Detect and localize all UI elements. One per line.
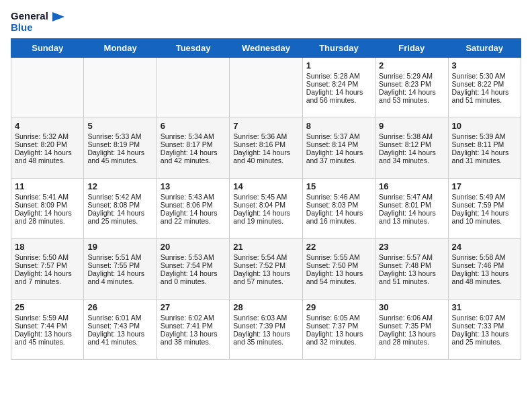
calendar-cell: 2Sunrise: 5:29 AMSunset: 8:23 PMDaylight… (375, 58, 448, 118)
day-number: 23 (379, 242, 444, 252)
day-info: Daylight: 13 hours (379, 330, 444, 338)
calendar-cell: 4Sunrise: 5:32 AMSunset: 8:20 PMDaylight… (11, 118, 84, 179)
day-info: Daylight: 13 hours (161, 330, 226, 338)
day-info: Sunrise: 5:38 AM (379, 132, 444, 140)
day-info: Sunrise: 5:58 AM (452, 253, 517, 261)
calendar-cell: 23Sunrise: 5:57 AMSunset: 7:48 PMDayligh… (375, 239, 448, 300)
day-info: Sunset: 8:22 PM (452, 80, 517, 88)
day-info: and 45 minutes. (15, 338, 80, 346)
day-info: Sunrise: 5:36 AM (233, 132, 298, 140)
day-info: Daylight: 13 hours (87, 330, 152, 338)
calendar-cell: 25Sunrise: 5:59 AMSunset: 7:44 PMDayligh… (11, 300, 84, 360)
day-number: 27 (161, 302, 226, 312)
day-number: 11 (15, 181, 80, 191)
weekday-header: Saturday (448, 39, 521, 58)
weekday-header: Sunday (11, 39, 84, 58)
day-info: Sunrise: 5:28 AM (306, 72, 371, 80)
calendar-cell (11, 58, 84, 118)
day-info: Sunrise: 5:39 AM (452, 132, 517, 140)
day-info: Daylight: 14 hours (452, 209, 517, 217)
day-number: 5 (87, 121, 152, 131)
day-info: Daylight: 14 hours (233, 209, 298, 217)
day-info: Daylight: 14 hours (452, 148, 517, 156)
day-info: Sunset: 7:52 PM (233, 261, 298, 269)
day-info: Sunset: 7:41 PM (161, 322, 226, 330)
day-info: Daylight: 14 hours (87, 148, 152, 156)
day-info: and 34 minutes. (379, 156, 444, 165)
day-info: Daylight: 13 hours (15, 330, 80, 338)
day-info: and 53 minutes. (379, 96, 444, 104)
day-info: Sunrise: 5:32 AM (15, 132, 80, 140)
calendar-cell: 30Sunrise: 6:06 AMSunset: 7:35 PMDayligh… (375, 300, 448, 360)
day-info: and 57 minutes. (233, 277, 298, 285)
day-info: and 48 minutes. (15, 156, 80, 165)
day-info: Sunrise: 5:30 AM (452, 72, 517, 80)
day-number: 30 (379, 302, 444, 312)
day-info: and 28 minutes. (15, 217, 80, 225)
day-info: Daylight: 14 hours (452, 88, 517, 96)
day-info: Daylight: 13 hours (233, 330, 298, 338)
day-info: Sunset: 7:43 PM (87, 322, 152, 330)
day-info: Sunrise: 5:51 AM (87, 253, 152, 261)
day-info: Daylight: 13 hours (233, 269, 298, 277)
day-info: and 48 minutes. (452, 277, 517, 285)
calendar-cell (157, 58, 229, 118)
day-info: Sunset: 7:39 PM (233, 322, 298, 330)
day-info: Sunset: 8:09 PM (15, 201, 80, 209)
calendar-cell: 15Sunrise: 5:46 AMSunset: 8:03 PMDayligh… (302, 179, 375, 239)
day-number: 15 (306, 181, 371, 191)
day-info: and 38 minutes. (161, 338, 226, 346)
day-info: Sunset: 7:35 PM (379, 322, 444, 330)
calendar-week-row: 4Sunrise: 5:32 AMSunset: 8:20 PMDaylight… (11, 118, 521, 179)
calendar-week-row: 11Sunrise: 5:41 AMSunset: 8:09 PMDayligh… (11, 179, 521, 239)
day-info: and 40 minutes. (233, 156, 298, 165)
day-info: and 51 minutes. (452, 96, 517, 104)
calendar-cell: 10Sunrise: 5:39 AMSunset: 8:11 PMDayligh… (448, 118, 521, 179)
calendar-cell: 12Sunrise: 5:42 AMSunset: 8:08 PMDayligh… (84, 179, 157, 239)
day-info: Sunset: 8:19 PM (87, 140, 152, 148)
day-info: and 13 minutes. (379, 217, 444, 225)
day-info: Sunset: 8:20 PM (15, 140, 80, 148)
day-number: 1 (306, 60, 371, 71)
day-info: Sunrise: 6:02 AM (161, 314, 226, 322)
day-info: and 28 minutes. (379, 338, 444, 346)
day-info: and 16 minutes. (306, 217, 371, 225)
day-info: and 51 minutes. (379, 277, 444, 285)
day-number: 21 (233, 242, 298, 252)
calendar-week-row: 25Sunrise: 5:59 AMSunset: 7:44 PMDayligh… (11, 300, 521, 360)
day-info: Sunrise: 6:05 AM (306, 314, 371, 322)
day-info: Sunrise: 6:03 AM (233, 314, 298, 322)
day-info: Daylight: 13 hours (452, 330, 517, 338)
day-info: and 7 minutes. (15, 277, 80, 285)
day-info: Sunrise: 5:33 AM (87, 132, 152, 140)
day-number: 17 (452, 181, 517, 191)
day-info: and 32 minutes. (306, 338, 371, 346)
calendar-cell: 26Sunrise: 6:01 AMSunset: 7:43 PMDayligh… (84, 300, 157, 360)
day-info: Sunset: 8:03 PM (306, 201, 371, 209)
day-info: Sunrise: 5:42 AM (87, 193, 152, 201)
calendar-cell: 29Sunrise: 6:05 AMSunset: 7:37 PMDayligh… (302, 300, 375, 360)
day-info: Sunrise: 5:46 AM (306, 193, 371, 201)
day-info: and 4 minutes. (87, 277, 152, 285)
day-info: Daylight: 14 hours (379, 148, 444, 156)
day-info: and 37 minutes. (306, 156, 371, 165)
calendar-cell: 22Sunrise: 5:55 AMSunset: 7:50 PMDayligh… (302, 239, 375, 300)
day-info: Daylight: 13 hours (306, 269, 371, 277)
day-info: Daylight: 13 hours (379, 269, 444, 277)
day-number: 7 (233, 121, 298, 131)
day-number: 24 (452, 242, 517, 252)
day-info: Daylight: 14 hours (15, 269, 80, 277)
day-number: 20 (161, 242, 226, 252)
day-number: 12 (87, 181, 152, 191)
day-info: Sunset: 7:44 PM (15, 322, 80, 330)
day-info: Daylight: 13 hours (452, 269, 517, 277)
day-number: 3 (452, 60, 517, 71)
calendar-cell: 3Sunrise: 5:30 AMSunset: 8:22 PMDaylight… (448, 58, 521, 118)
day-info: and 31 minutes. (452, 156, 517, 165)
calendar-cell: 1Sunrise: 5:28 AMSunset: 8:24 PMDaylight… (302, 58, 375, 118)
calendar-cell: 21Sunrise: 5:54 AMSunset: 7:52 PMDayligh… (230, 239, 302, 300)
weekday-header: Wednesday (230, 39, 302, 58)
day-info: Sunrise: 5:54 AM (233, 253, 298, 261)
day-info: Daylight: 14 hours (161, 148, 226, 156)
day-info: Daylight: 14 hours (379, 88, 444, 96)
